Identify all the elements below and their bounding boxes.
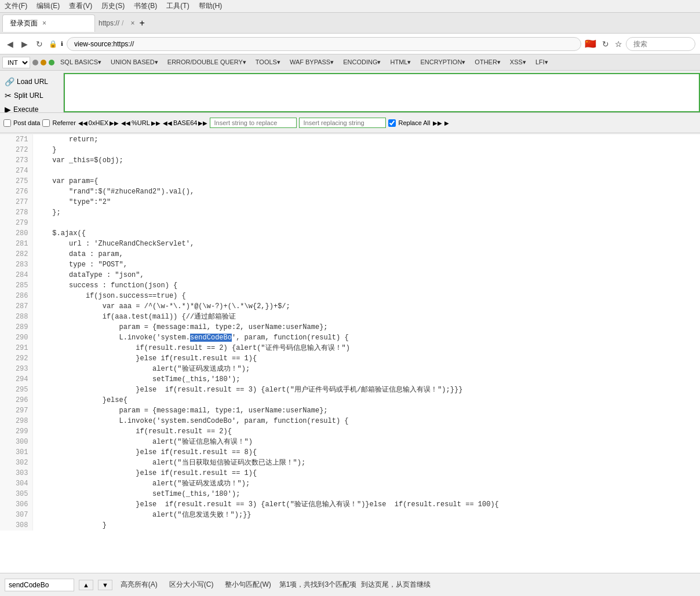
sql-basics-btn[interactable]: SQL BASICS▾ bbox=[57, 57, 105, 67]
hex-encode-btn[interactable]: ◀◀ 0xHEX ▶▶ bbox=[78, 119, 119, 126]
line-number: 287 bbox=[0, 301, 33, 312]
menu-help[interactable]: 帮助(H) bbox=[199, 1, 223, 11]
line-content: var param={ bbox=[33, 176, 700, 187]
search-prev-button[interactable]: ▲ bbox=[79, 580, 93, 590]
lfi-btn[interactable]: LFI▾ bbox=[532, 57, 552, 67]
tab-url-close[interactable]: × bbox=[130, 19, 134, 27]
int-select[interactable]: INT bbox=[2, 57, 30, 68]
union-based-btn[interactable]: UNION BASED▾ bbox=[107, 57, 162, 67]
waf-bypass-btn[interactable]: WAF BYPASS▾ bbox=[286, 57, 337, 67]
line-content: success : function(json) { bbox=[33, 280, 700, 291]
line-content: url : 'ZhuceRandCheckServlet', bbox=[33, 239, 700, 249]
reload-button[interactable]: ↻ bbox=[600, 38, 611, 50]
line-number: 280 bbox=[0, 228, 33, 239]
table-row: 277 "type":"2" bbox=[0, 197, 700, 207]
table-row: 299 if(result.result == 2){ bbox=[0, 426, 700, 437]
line-content: if(aaa.test(mail)) {//通过邮箱验证 bbox=[33, 312, 700, 322]
line-content: alert("信息发送失败！");}} bbox=[33, 510, 700, 520]
side-panel: 🔗 Load URL ✂ Split URL ▶ Execute bbox=[0, 73, 64, 118]
table-row: 280 $.ajax({ bbox=[0, 228, 700, 239]
load-url-button[interactable]: 🔗 Load URL bbox=[2, 75, 61, 88]
line-content: $.ajax({ bbox=[33, 228, 700, 239]
line-content: type : "POST", bbox=[33, 259, 700, 270]
search-input[interactable] bbox=[626, 37, 695, 51]
table-row: 278 }; bbox=[0, 207, 700, 218]
code-area[interactable]: 271 return;272 }273 var _this=$(obj);274… bbox=[0, 134, 700, 573]
post-data-checkbox[interactable] bbox=[3, 119, 11, 127]
split-url-button[interactable]: ✂ Split URL bbox=[2, 89, 61, 102]
insert-replacing-input[interactable] bbox=[299, 118, 386, 128]
encryption-btn[interactable]: ENCRYPTION▾ bbox=[417, 57, 469, 67]
back-button[interactable]: ◀ bbox=[5, 38, 16, 50]
replace-all-checkbox[interactable] bbox=[388, 119, 396, 127]
line-content: }else if(result.result == 1){ bbox=[33, 468, 700, 478]
url-textarea[interactable] bbox=[65, 74, 699, 111]
table-row: 290 L.invoke('system.sendCodeBo', param,… bbox=[0, 332, 700, 343]
menu-file[interactable]: 文件(F) bbox=[5, 1, 27, 11]
table-row: 293 alert("验证码发送成功！"); bbox=[0, 364, 700, 374]
search-next-button[interactable]: ▼ bbox=[98, 580, 112, 590]
active-tab[interactable]: 登录页面 × bbox=[2, 14, 95, 32]
line-content: }else if(result.result == 3) {alert("验证信… bbox=[33, 499, 700, 510]
menu-history[interactable]: 历史(S) bbox=[101, 1, 125, 11]
table-row: 275 var param={ bbox=[0, 176, 700, 187]
line-number: 274 bbox=[0, 166, 33, 176]
highlight-all-option[interactable]: 高亮所有(A) bbox=[117, 579, 161, 591]
line-content: } bbox=[33, 145, 700, 155]
load-url-icon: 🔗 bbox=[5, 77, 14, 86]
line-content: if(json.success==true) { bbox=[33, 291, 700, 301]
whole-word-option[interactable]: 整小句匹配(W) bbox=[221, 579, 274, 591]
table-row: 289 param = {message:mail, type:2, userN… bbox=[0, 322, 700, 332]
replace-all-label: Replace All bbox=[398, 119, 430, 126]
address-input[interactable] bbox=[67, 37, 581, 51]
line-number: 293 bbox=[0, 364, 33, 374]
tools-btn[interactable]: TOOLS▾ bbox=[252, 57, 284, 67]
line-number: 284 bbox=[0, 270, 33, 280]
line-content: data : param, bbox=[33, 249, 700, 259]
line-content: }; bbox=[33, 207, 700, 218]
forward-button[interactable]: ▶ bbox=[19, 38, 30, 50]
table-row: 301 }else if(result.result == 8){ bbox=[0, 447, 700, 458]
line-content: setTime(_this,'180'); bbox=[33, 374, 700, 385]
line-content: dataType : "json", bbox=[33, 270, 700, 280]
case-sensitive-option[interactable]: 区分大小写(C) bbox=[166, 579, 217, 591]
line-number: 271 bbox=[0, 134, 33, 145]
status-search-input[interactable] bbox=[5, 579, 74, 591]
code-table: 271 return;272 }273 var _this=$(obj);274… bbox=[0, 134, 700, 531]
table-row: 307 alert("信息发送失败！");}} bbox=[0, 510, 700, 520]
table-row: 285 success : function(json) { bbox=[0, 280, 700, 291]
insert-replace-input[interactable] bbox=[210, 118, 297, 128]
line-number: 291 bbox=[0, 343, 33, 353]
line-number: 283 bbox=[0, 259, 33, 270]
line-content: L.invoke('system.sendCodeBo', param, fun… bbox=[33, 416, 700, 426]
line-number: 305 bbox=[0, 489, 33, 499]
referrer-checkbox[interactable] bbox=[42, 119, 50, 127]
encoding-btn[interactable]: ENCODING▾ bbox=[340, 57, 384, 67]
xss-btn[interactable]: XSS▾ bbox=[506, 57, 530, 67]
html-btn[interactable]: HTML▾ bbox=[387, 57, 414, 67]
url-encode-btn[interactable]: ◀◀ %URL ▶▶ bbox=[121, 119, 161, 126]
line-content: var _this=$(obj); bbox=[33, 155, 700, 166]
line-content: "type":"2" bbox=[33, 197, 700, 207]
line-number: 299 bbox=[0, 426, 33, 437]
line-number: 282 bbox=[0, 249, 33, 259]
error-double-query-btn[interactable]: ERROR/DOUBLE QUERY▾ bbox=[164, 57, 250, 67]
refresh-button[interactable]: ↻ bbox=[34, 38, 45, 50]
new-tab-button[interactable]: + bbox=[134, 16, 149, 31]
table-row: 281 url : 'ZhuceRandCheckServlet', bbox=[0, 239, 700, 249]
address-bar: ◀ ▶ ↻ 🔒 ℹ 🇨🇳 ↻ ☆ bbox=[0, 34, 700, 54]
menu-bookmarks[interactable]: 书签(B) bbox=[134, 1, 157, 11]
menu-tools[interactable]: 工具(T) bbox=[166, 1, 189, 11]
line-number: 290 bbox=[0, 332, 33, 343]
line-content bbox=[33, 218, 700, 228]
line-content: return; bbox=[33, 134, 700, 145]
tab-title: 登录页面 bbox=[10, 19, 38, 28]
menu-view[interactable]: 查看(V) bbox=[69, 1, 92, 11]
table-row: 300 alert("验证信息输入有误！") bbox=[0, 437, 700, 447]
bookmark-icon: ☆ bbox=[615, 39, 622, 49]
tab-close-button[interactable]: × bbox=[42, 19, 46, 27]
table-row: 272 } bbox=[0, 145, 700, 155]
base64-encode-btn[interactable]: ◀◀ BASE64 ▶▶ bbox=[163, 119, 208, 126]
other-btn[interactable]: OTHER▾ bbox=[471, 57, 504, 67]
menu-edit[interactable]: 编辑(E) bbox=[37, 1, 60, 11]
